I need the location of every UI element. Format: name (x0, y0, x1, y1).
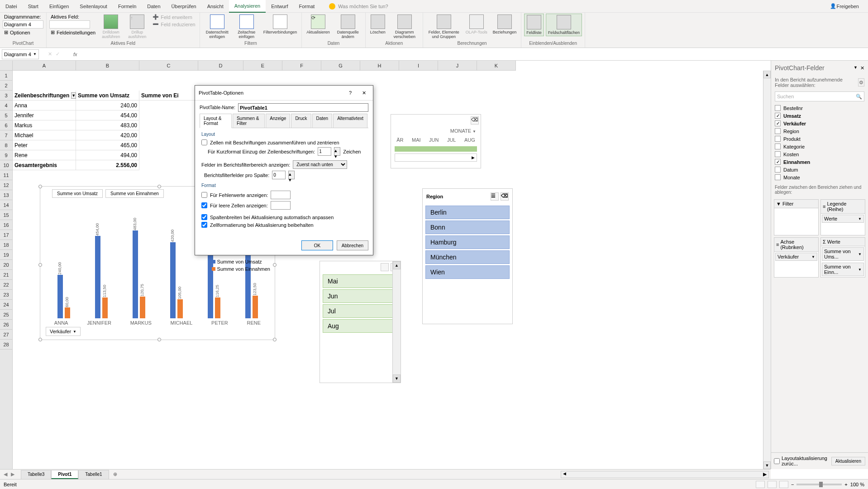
cell[interactable]: 2.556,00 (76, 160, 139, 170)
resize-handle[interactable] (38, 185, 42, 188)
cancel-button[interactable]: Abbrechen (337, 240, 368, 250)
scroll-up-button[interactable]: ▲ (763, 71, 771, 78)
slicer-item[interactable]: Bonn (425, 221, 510, 234)
empty-value-input[interactable] (271, 201, 291, 210)
grid-body[interactable]: Zeilenbeschriftungen▼Summe von UmsatzSum… (13, 71, 868, 469)
row-header[interactable]: 18 (0, 240, 12, 250)
sheet-nav-prev[interactable]: ◀ (4, 471, 10, 478)
close-icon[interactable]: ✕ (860, 65, 864, 71)
bar[interactable] (170, 242, 176, 318)
cell[interactable]: Peter (13, 140, 76, 150)
value-item[interactable]: Summe von Ums...▼ (822, 247, 864, 261)
zoom-out-button[interactable]: − (791, 482, 794, 487)
sheet-tab[interactable]: Tabelle3 (21, 470, 51, 479)
value-item[interactable]: Summe von Einn...▼ (822, 263, 864, 276)
empty-cells-checkbox[interactable] (201, 202, 207, 208)
field-checkbox[interactable] (775, 144, 781, 149)
clear-button[interactable]: Löschen (368, 14, 387, 35)
dropdown-icon[interactable]: ▼ (472, 129, 476, 134)
add-sheet-button[interactable]: ⊕ (111, 470, 120, 479)
column-header[interactable]: H (360, 61, 399, 70)
dialog-tab[interactable]: Druck (291, 114, 311, 128)
chart-filter-button[interactable]: Verkäufer▼ (46, 327, 81, 336)
tab-ansicht[interactable]: Ansicht (202, 0, 229, 13)
sheet-tab[interactable]: Pivot1 (51, 470, 78, 479)
zoom-thumb[interactable] (819, 482, 823, 487)
timeline-month[interactable]: JUL (447, 137, 456, 143)
error-values-checkbox[interactable] (201, 192, 207, 198)
zoom-level[interactable]: 100 % (850, 482, 864, 487)
filter-drop-zone[interactable]: ▼Filter (774, 199, 819, 235)
timeline-button[interactable]: Zeitachse einfügen (234, 14, 260, 40)
row-header[interactable]: 20 (0, 260, 12, 270)
slicer-item[interactable]: Jul (323, 304, 398, 318)
cell[interactable]: 420,00 (76, 130, 139, 140)
cell[interactable]: Summe von Umsatz (76, 91, 139, 101)
multi-select-icon[interactable]: ☰ (491, 192, 499, 201)
row-header[interactable]: 12 (0, 180, 12, 190)
preserve-format-checkbox[interactable] (201, 222, 207, 228)
filter-cols-input[interactable] (272, 171, 286, 179)
slicer-item[interactable]: Jun (323, 289, 398, 303)
resize-handle[interactable] (157, 185, 161, 188)
fieldlist-button[interactable]: Feldliste (524, 14, 544, 36)
bar[interactable] (65, 307, 70, 318)
cell[interactable]: 483,00 (76, 120, 139, 130)
page-layout-button[interactable] (768, 481, 777, 488)
row-header[interactable]: 14 (0, 200, 12, 210)
field-checkbox[interactable] (775, 136, 781, 142)
bar[interactable] (215, 297, 220, 318)
slicer-item[interactable]: Mai (323, 274, 398, 288)
legend-entry[interactable]: Summe von Umsatz (212, 259, 270, 264)
row-header[interactable]: 5 (0, 110, 12, 120)
fields-items-button[interactable]: Felder, Elemente und Gruppen (426, 14, 462, 40)
column-header[interactable]: G (321, 61, 360, 70)
axis-drop-zone[interactable]: ≡Achse (Rubriken) Verkäufer▼ (774, 237, 819, 278)
resize-handle[interactable] (38, 338, 42, 341)
chart-value-button[interactable]: Summe von Umsatz (52, 189, 103, 198)
bar[interactable] (253, 296, 258, 318)
timeline-month[interactable]: AUG (464, 137, 475, 143)
field-item[interactable]: Einnahmen (775, 158, 864, 166)
chart-name-input[interactable] (3, 20, 43, 29)
scroll-down-button[interactable]: ▼ (763, 461, 771, 469)
normal-view-button[interactable] (756, 481, 765, 488)
row-header[interactable]: 22 (0, 280, 12, 290)
field-item[interactable]: Datum (775, 166, 864, 173)
bar[interactable] (95, 236, 100, 318)
field-item[interactable]: Kategorie (775, 143, 864, 150)
slicer-item[interactable]: Hamburg (425, 235, 510, 249)
row-header[interactable]: 15 (0, 210, 12, 220)
multi-select-icon[interactable] (381, 263, 389, 271)
field-item[interactable]: Region (775, 127, 864, 135)
bar[interactable] (140, 297, 145, 318)
resize-handle[interactable] (273, 338, 277, 341)
dialog-tab[interactable]: Layout & Format (200, 114, 232, 128)
timeline-month[interactable]: MAI (412, 137, 421, 143)
slicer-item[interactable]: Wien (425, 265, 510, 279)
dropdown-icon[interactable]: ▼ (811, 255, 815, 259)
dialog-tab[interactable]: Alternativtext (333, 114, 367, 128)
row-header[interactable]: 1 (0, 71, 12, 81)
formula-input[interactable] (80, 49, 868, 59)
timeline-scrollbar[interactable]: ▶ (395, 153, 477, 162)
timeline-month[interactable]: JUN (429, 137, 439, 143)
tab-seitenlayout[interactable]: Seitenlayout (74, 0, 113, 13)
relations-button[interactable]: Beziehungen (491, 14, 519, 35)
refresh-button[interactable]: ⟳Aktualisieren (305, 14, 332, 35)
field-item[interactable]: Umsatz (775, 112, 864, 120)
tab-format[interactable]: Format (294, 0, 320, 13)
select-all-corner[interactable] (0, 61, 13, 71)
merge-cells-checkbox[interactable] (201, 139, 207, 145)
indent-input[interactable] (318, 147, 331, 156)
region-slicer[interactable]: Region ☰⌫ BerlinBonnHamburgMünchenWien (422, 188, 513, 324)
error-value-input[interactable] (271, 191, 291, 199)
update-button[interactable]: Aktualisieren (831, 457, 865, 465)
horizontal-scrollbar[interactable]: ◀▶ (561, 471, 769, 478)
column-header[interactable]: I (399, 61, 438, 70)
row-header[interactable]: 19 (0, 250, 12, 260)
column-header[interactable]: C (139, 61, 198, 70)
timeline-unit-label[interactable]: MONATE (450, 128, 471, 134)
dropdown-icon[interactable]: ▼ (858, 217, 862, 221)
zoom-in-button[interactable]: + (844, 482, 847, 487)
